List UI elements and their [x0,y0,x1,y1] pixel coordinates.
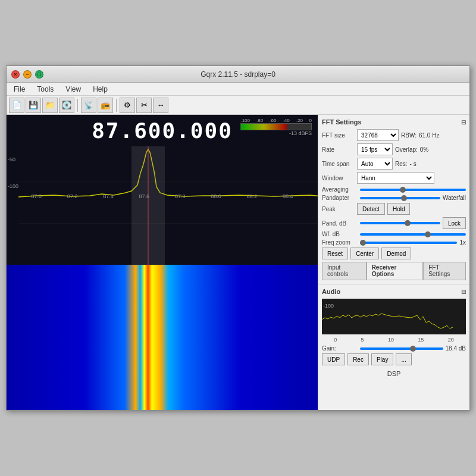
rate-row: Rate 15 fps 25 fps Overlap: 0% [322,143,466,155]
audio-collapse-btn[interactable]: ⊟ [461,289,466,295]
pand-db-row: Pand. dB Lock [322,217,466,229]
fft-collapse-btn[interactable]: ⊟ [461,119,466,126]
spectrum-line [18,149,318,197]
main-content: 87.600.000 -100 -80 -60 -40 -20 0 -13 dB… [7,115,469,410]
signal-bar [240,123,312,130]
lock-button[interactable]: Lock [443,217,466,229]
minimize-button[interactable]: − [23,70,32,79]
rbw-label: RBW: [401,132,416,139]
y-label-100: -100 [8,183,18,189]
menu-bar: File Tools View Help [7,83,469,96]
audio-section: Audio ⊟ -100 0 5 10 1 [318,284,469,410]
timespan-select[interactable]: Auto [357,158,393,170]
center-button[interactable]: Center [350,248,379,259]
freq-zoom-label: Freq zoom [322,239,358,246]
more-button[interactable]: ... [396,353,411,365]
audio-x-3: 15 [418,337,424,343]
freq-zoom-value: 1x [459,239,466,246]
toolbar-save[interactable]: 💾 [26,98,41,113]
reset-button[interactable]: Reset [322,248,348,259]
audio-title: Audio [322,288,340,295]
x-axis: 87.0 87.2 87.4 87.6 87.8 88.0 88.2 88.4 [7,193,318,200]
averaging-label: Averaging [322,186,358,193]
close-button[interactable]: × [11,70,20,79]
spectrum-view[interactable]: -50 -100 87.0 [7,146,318,410]
gain-slider[interactable] [360,347,443,350]
rate-label: Rate [322,146,355,153]
menu-file[interactable]: File [9,84,30,95]
pand-db-slider[interactable] [360,222,440,224]
dbfs-label: -13 dBFS [289,130,312,136]
menu-view[interactable]: View [61,84,86,95]
tab-fft-settings[interactable]: FFT Settings [423,262,466,280]
fft-size-select[interactable]: 32768 16384 8192 [357,129,399,141]
demod-button[interactable]: Demod [381,248,411,259]
x-label-1: 87.2 [67,193,78,199]
toolbar-open[interactable]: 📁 [42,98,58,113]
title-bar: × − □ Gqrx 2.11.5 - sdrplay=0 [7,66,469,83]
rate-select[interactable]: 15 fps 25 fps [357,143,393,155]
waterfall [7,265,318,410]
separator-1 [77,99,78,112]
pandapter-row: Pandapter Waterfall [322,195,466,201]
rbw-value: 61.0 Hz [419,132,439,139]
selection-box [131,146,165,265]
pandapter-slider[interactable] [360,197,440,199]
window-row: Window Hann Hamming Blackman [322,172,466,184]
menu-help[interactable]: Help [88,84,112,95]
spectrum-graph: -50 -100 87.0 [7,146,318,265]
signal-fill [241,124,287,130]
tab-input-controls[interactable]: Input controls [322,262,367,280]
pandapter-label: Pandapter [322,195,358,201]
main-window: × − □ Gqrx 2.11.5 - sdrplay=0 File Tools… [6,65,470,411]
audio-x-1: 5 [361,337,364,343]
audio-x-2: 10 [388,337,394,343]
udp-button[interactable]: UDP [322,353,345,365]
wf-db-label: Wf. dB [322,231,358,237]
spectrum-panel: 87.600.000 -100 -80 -60 -40 -20 0 -13 dB… [7,115,318,410]
averaging-slider[interactable] [360,189,466,191]
hold-button[interactable]: Hold [387,203,411,215]
peak-row: Peak Detect Hold [322,203,466,215]
signal-meter: -100 -80 -60 -40 -20 0 -13 dBFS [240,118,312,136]
detect-button[interactable]: Detect [357,203,385,215]
x-label-0: 87.0 [31,193,42,199]
signal-labels: -100 -80 -60 -40 -20 0 [240,118,312,123]
audio-section-header: Audio ⊟ [322,288,466,295]
toolbar-device[interactable]: 📡 [81,98,96,113]
gain-value: 18.4 dB [446,345,466,352]
window-controls: × − □ [11,70,43,79]
freq-zoom-slider[interactable] [360,242,457,244]
signal-label-3: -40 [283,118,290,123]
audio-svg: -100 [322,299,466,334]
spectrum-svg [7,146,318,265]
fft-size-label: FFT size [322,132,355,139]
signal-label-4: -20 [296,118,303,123]
maximize-button[interactable]: □ [35,70,43,79]
toolbar-radio[interactable]: 📻 [98,98,113,113]
waterfall-canvas [7,265,318,410]
signal-label-5: 0 [309,118,312,123]
tab-receiver-options[interactable]: Receiver Options [367,262,424,280]
x-label-7: 88.4 [283,193,293,199]
gain-label: Gain: [322,345,358,352]
menu-tools[interactable]: Tools [32,84,58,95]
toolbar-cut[interactable]: ✂ [136,98,152,113]
rec-button[interactable]: Rec [347,353,369,365]
waterfall-label: Waterfall [443,195,466,201]
play-button[interactable]: Play [371,353,393,365]
toolbar-settings[interactable]: ⚙ [120,98,135,113]
audio-x-labels: 0 5 10 15 20 [322,337,466,343]
toolbar-new[interactable]: 📄 [9,98,24,113]
toolbar-move[interactable]: ↔ [153,98,168,113]
audio-waveform [322,314,453,328]
signal-label-0: -100 [240,118,250,123]
wf-db-slider[interactable] [360,233,466,236]
window-select[interactable]: Hann Hamming Blackman [357,172,434,184]
signal-label-2: -60 [270,118,277,123]
audio-x-4: 20 [448,337,454,343]
x-label-2: 87.4 [103,193,114,199]
window-label: Window [322,175,355,181]
toolbar-disk[interactable]: 💽 [59,98,74,113]
y-label-50: -50 [8,156,18,162]
